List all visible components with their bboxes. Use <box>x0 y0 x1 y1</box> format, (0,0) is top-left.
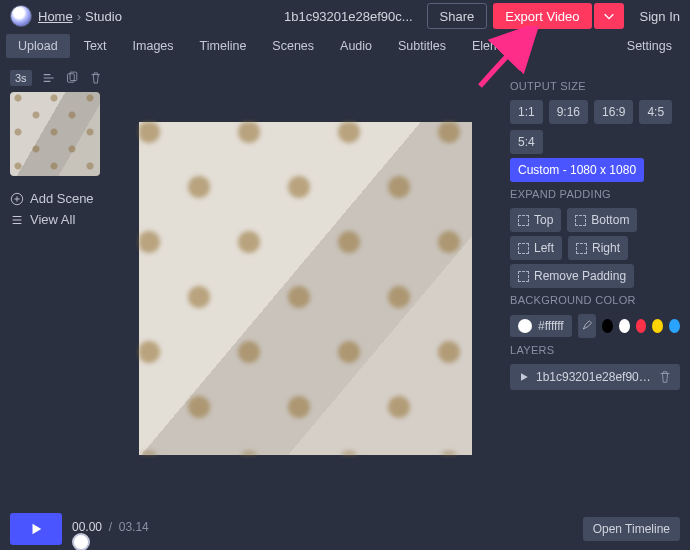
dashed-box-icon <box>576 243 587 254</box>
trash-icon[interactable] <box>658 370 672 384</box>
view-all-label: View All <box>30 212 75 227</box>
play-icon <box>29 522 43 536</box>
play-button[interactable] <box>10 513 62 545</box>
time-total: 03.14 <box>119 520 149 534</box>
pad-left-button[interactable]: Left <box>510 236 562 260</box>
export-video-button[interactable]: Export Video <box>493 3 591 29</box>
pad-right-label: Right <box>592 241 620 255</box>
open-timeline-button[interactable]: Open Timeline <box>583 517 680 541</box>
aspect-ratio-row: 1:1 9:16 16:9 4:5 5:4 <box>510 100 680 154</box>
time-display: 00.00 / 03.14 <box>72 520 565 534</box>
background-color-label: BACKGROUND COLOR <box>510 294 680 306</box>
preset-black[interactable] <box>602 319 613 333</box>
remove-padding-label: Remove Padding <box>534 269 626 283</box>
dashed-box-icon <box>518 243 529 254</box>
chevron-down-icon <box>602 9 616 23</box>
breadcrumb-separator: › <box>77 9 81 24</box>
bg-color-value: #ffffff <box>538 319 564 333</box>
layers-label: LAYERS <box>510 344 680 356</box>
export-dropdown-button[interactable] <box>594 3 624 29</box>
sign-in-link[interactable]: Sign In <box>640 9 680 24</box>
scene-tools: 3s <box>10 70 102 86</box>
main-area: 3s Add Scene View All OUTPUT SIZE 1:1 9:… <box>0 60 690 508</box>
canvas-area <box>110 60 500 508</box>
properties-panel: OUTPUT SIZE 1:1 9:16 16:9 4:5 5:4 Custom… <box>500 60 690 508</box>
tab-upload[interactable]: Upload <box>6 34 70 58</box>
tab-bar: Upload Text Images Timeline Scenes Audio… <box>0 32 690 60</box>
time-current: 00.00 <box>72 520 102 534</box>
transport-bar: 00.00 / 03.14 Open Timeline <box>0 508 690 550</box>
output-size-label: OUTPUT SIZE <box>510 80 680 92</box>
preset-yellow[interactable] <box>652 319 663 333</box>
pad-bottom-button[interactable]: Bottom <box>567 208 637 232</box>
top-bar: Home › Studio 1b1c93201e28ef90c... Share… <box>0 0 690 32</box>
dashed-box-icon <box>575 215 586 226</box>
breadcrumb-current: Studio <box>85 9 122 24</box>
plus-circle-icon <box>10 192 24 206</box>
eyedropper-icon <box>581 320 593 332</box>
reorder-icon[interactable] <box>42 71 55 85</box>
add-scene-label: Add Scene <box>30 191 94 206</box>
video-canvas[interactable] <box>139 122 472 455</box>
app-logo-icon <box>10 5 32 27</box>
document-title: 1b1c93201e28ef90c... <box>284 9 413 24</box>
tab-elements[interactable]: Elements <box>460 34 536 58</box>
list-icon <box>10 213 24 227</box>
preset-white[interactable] <box>619 319 630 333</box>
tab-timeline[interactable]: Timeline <box>188 34 259 58</box>
ratio-4-5[interactable]: 4:5 <box>639 100 672 124</box>
ratio-16-9[interactable]: 16:9 <box>594 100 633 124</box>
share-button[interactable]: Share <box>427 3 488 29</box>
time-sep: / <box>109 520 112 534</box>
breadcrumb: Home › Studio <box>38 9 122 24</box>
remove-padding-button[interactable]: Remove Padding <box>510 264 634 288</box>
scene-thumbnail[interactable] <box>10 92 100 176</box>
ratio-1-1[interactable]: 1:1 <box>510 100 543 124</box>
ratio-5-4[interactable]: 5:4 <box>510 130 543 154</box>
tab-audio[interactable]: Audio <box>328 34 384 58</box>
trash-icon[interactable] <box>89 71 102 85</box>
tab-scenes[interactable]: Scenes <box>260 34 326 58</box>
scene-duration-badge[interactable]: 3s <box>10 70 32 86</box>
layer-play-icon <box>518 371 530 383</box>
ratio-9-16[interactable]: 9:16 <box>549 100 588 124</box>
eyedropper-button[interactable] <box>578 314 596 338</box>
pad-left-label: Left <box>534 241 554 255</box>
pad-bottom-label: Bottom <box>591 213 629 227</box>
export-group: Export Video <box>493 3 623 29</box>
bg-swatch-icon <box>518 319 532 333</box>
playhead-handle[interactable] <box>72 533 90 550</box>
copy-icon[interactable] <box>65 71 78 85</box>
preset-red[interactable] <box>636 319 647 333</box>
bg-color-input[interactable]: #ffffff <box>510 315 572 337</box>
tab-subtitles[interactable]: Subtitles <box>386 34 458 58</box>
pad-right-button[interactable]: Right <box>568 236 628 260</box>
add-scene-button[interactable]: Add Scene <box>10 188 102 209</box>
dashed-box-icon <box>518 271 529 282</box>
background-color-row: #ffffff <box>510 314 680 338</box>
custom-size-button[interactable]: Custom - 1080 x 1080 <box>510 158 644 182</box>
tab-text[interactable]: Text <box>72 34 119 58</box>
tab-settings[interactable]: Settings <box>615 34 684 58</box>
layer-name: 1b1c93201e28ef90cac... <box>536 370 652 384</box>
view-all-button[interactable]: View All <box>10 209 102 230</box>
scenes-panel: 3s Add Scene View All <box>0 60 110 508</box>
expand-padding-label: EXPAND PADDING <box>510 188 680 200</box>
pad-top-button[interactable]: Top <box>510 208 561 232</box>
preset-blue[interactable] <box>669 319 680 333</box>
tab-images[interactable]: Images <box>121 34 186 58</box>
pad-top-label: Top <box>534 213 553 227</box>
dashed-box-icon <box>518 215 529 226</box>
layer-row[interactable]: 1b1c93201e28ef90cac... <box>510 364 680 390</box>
breadcrumb-home-link[interactable]: Home <box>38 9 73 24</box>
